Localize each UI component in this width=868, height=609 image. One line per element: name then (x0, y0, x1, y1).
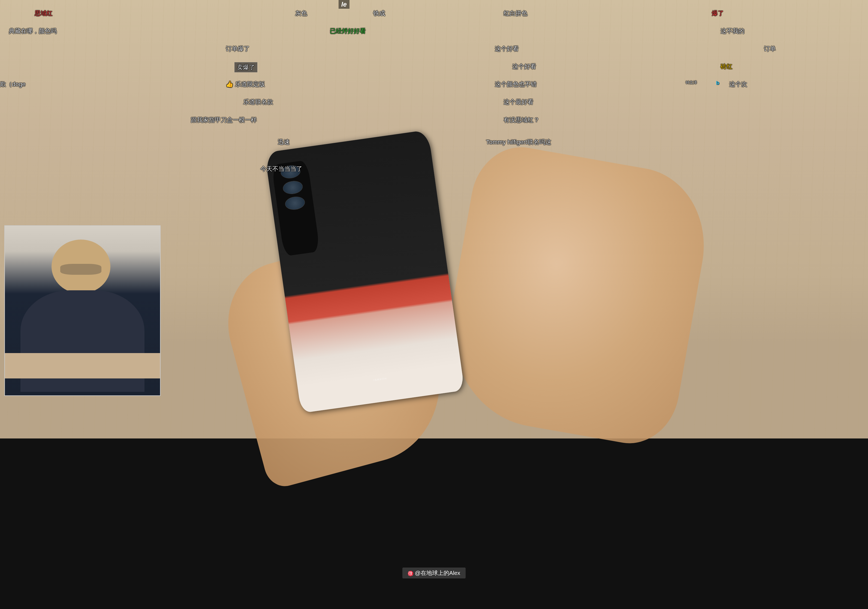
watermark: 微@在地球上的Alex (402, 567, 466, 578)
bottom-bar: 微@在地球上的Alex (0, 567, 868, 578)
camera-lens-3 (284, 195, 306, 211)
camera-module (271, 160, 320, 256)
phone-area: HUAWEI (217, 122, 651, 487)
video-container: HUAWEI 思域红 灰色 铁成 红白拼色 爆了 典藏在哪，颜色吗 已经烀好好看… (0, 0, 868, 609)
ie-label: Ie (339, 0, 349, 9)
phone-brand-logo: HUAWEI (314, 369, 445, 390)
webcam-person (5, 226, 160, 395)
watermark-text: @在地球上的Alex (415, 570, 460, 576)
person-desk (5, 353, 160, 378)
weibo-icon: 微 (408, 571, 413, 576)
camera-lens-2 (282, 180, 304, 195)
webcam-inset (5, 225, 161, 396)
camera-lens-1 (280, 164, 301, 180)
person-head (51, 239, 110, 294)
hand-right (434, 140, 716, 451)
